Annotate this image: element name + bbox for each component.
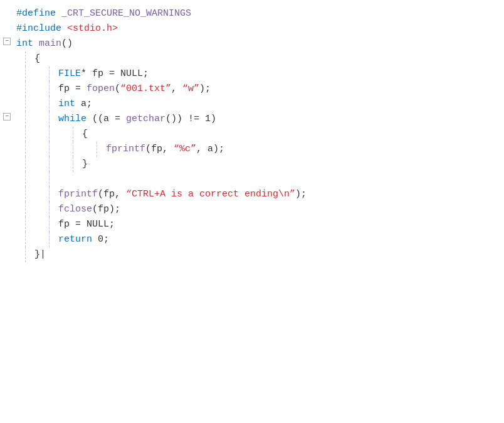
fold-gutter bbox=[0, 67, 14, 68]
code-line: #include <stdio.h> bbox=[0, 21, 504, 36]
token-plain: 0; bbox=[92, 232, 109, 247]
token-plain: , bbox=[171, 82, 182, 96]
fold-gutter bbox=[0, 51, 14, 53]
line-content[interactable]: while ((a = getchar()) != 1) bbox=[50, 112, 504, 126]
indent-guide bbox=[49, 127, 50, 142]
code-line: fp = fopen(“001.txt”, “w”); bbox=[0, 82, 504, 97]
token-plain: | bbox=[40, 247, 46, 262]
token-plain: (fp, bbox=[98, 187, 126, 201]
code-line: FILE* fp = NULL; bbox=[0, 67, 504, 82]
line-content[interactable]: } bbox=[73, 157, 504, 171]
code-line: }| bbox=[0, 247, 504, 262]
token-plain: (fp, bbox=[145, 142, 174, 156]
indent-guide bbox=[73, 142, 73, 157]
token-str-val: “w” bbox=[182, 82, 199, 96]
token-kw-control: return bbox=[58, 232, 92, 247]
collapse-button[interactable]: − bbox=[3, 38, 11, 45]
token-fn-name: fprintf bbox=[106, 142, 145, 156]
code-line: fprintf(fp, “%c”, a); bbox=[0, 142, 504, 157]
token-brace: } bbox=[34, 247, 40, 262]
code-line: { bbox=[0, 51, 504, 67]
token-plain: () bbox=[61, 36, 73, 51]
token-plain: ); bbox=[295, 187, 307, 201]
token-kw-define: #define bbox=[16, 6, 56, 21]
line-content[interactable]: { bbox=[73, 127, 504, 141]
fold-gutter bbox=[0, 97, 14, 98]
token-plain: , a); bbox=[196, 142, 224, 156]
code-line: fclose(fp); bbox=[0, 202, 504, 217]
token-plain bbox=[61, 21, 67, 36]
fold-gutter bbox=[0, 142, 14, 143]
fold-gutter bbox=[0, 82, 14, 83]
line-content[interactable]: return 0; bbox=[50, 232, 504, 247]
line-content[interactable]: #define _CRT_SECURE_NO_WARNINGS bbox=[14, 6, 504, 21]
indent-guide bbox=[25, 112, 26, 127]
code-line: #define _CRT_SECURE_NO_WARNINGS bbox=[0, 6, 504, 21]
indent-guide bbox=[25, 67, 26, 82]
token-plain: ((a = bbox=[87, 112, 126, 126]
code-editor[interactable]: #define _CRT_SECURE_NO_WARNINGS#include … bbox=[0, 0, 504, 423]
indent-guide bbox=[25, 172, 26, 187]
indent-guide bbox=[25, 232, 26, 247]
fold-gutter bbox=[0, 202, 14, 203]
line-content[interactable]: fp = NULL; bbox=[50, 217, 504, 232]
token-kw-control: while bbox=[58, 112, 87, 126]
fold-gutter[interactable]: − bbox=[0, 36, 14, 45]
line-content[interactable]: int main() bbox=[14, 36, 504, 51]
indent-guide bbox=[49, 172, 50, 187]
token-macro-name: _CRT_SECURE_NO_WARNINGS bbox=[61, 6, 191, 21]
indent-guide bbox=[25, 217, 26, 232]
indent-guide bbox=[49, 157, 50, 172]
indent-guide bbox=[25, 187, 26, 202]
fold-gutter bbox=[0, 6, 14, 8]
line-content[interactable]: fp = fopen(“001.txt”, “w”); bbox=[50, 82, 504, 96]
line-content[interactable]: fprintf(fp, “%c”, a); bbox=[97, 142, 504, 156]
token-header-file: <stdio.h> bbox=[67, 21, 118, 36]
indent-guide bbox=[25, 82, 26, 97]
code-line: fp = NULL; bbox=[0, 217, 504, 232]
token-str-val: “CTRL+A is a correct ending\n” bbox=[126, 187, 295, 201]
token-fn-name: fopen bbox=[87, 82, 115, 96]
token-brace: { bbox=[34, 51, 40, 66]
token-str-val: “001.txt” bbox=[120, 82, 171, 96]
indent-guide bbox=[25, 97, 26, 112]
token-kw-type: FILE bbox=[58, 67, 81, 81]
token-plain: * fp = NULL; bbox=[81, 67, 149, 81]
token-plain bbox=[33, 36, 39, 51]
line-content[interactable]: #include <stdio.h> bbox=[14, 21, 504, 36]
token-brace: { bbox=[82, 127, 88, 141]
line-content[interactable]: fprintf(fp, “CTRL+A is a correct ending\… bbox=[50, 187, 504, 201]
fold-gutter[interactable]: − bbox=[0, 112, 14, 120]
indent-guide bbox=[49, 142, 50, 157]
token-plain: fp = NULL; bbox=[58, 217, 115, 232]
fold-gutter bbox=[0, 187, 14, 188]
indent-guide bbox=[25, 142, 26, 157]
fold-gutter bbox=[0, 232, 14, 233]
token-plain: a; bbox=[75, 97, 92, 111]
fold-gutter bbox=[0, 127, 14, 128]
code-line: { bbox=[0, 127, 504, 142]
token-kw-include: #include bbox=[16, 21, 61, 36]
token-plain: (fp); bbox=[92, 202, 120, 217]
code-line: −while ((a = getchar()) != 1) bbox=[0, 112, 504, 127]
code-line: fprintf(fp, “CTRL+A is a correct ending\… bbox=[0, 187, 504, 202]
token-str-val: “%c” bbox=[174, 142, 196, 156]
token-kw-type: int bbox=[58, 97, 75, 111]
line-content[interactable]: FILE* fp = NULL; bbox=[50, 67, 504, 81]
fold-gutter bbox=[0, 21, 14, 23]
token-plain: fp = bbox=[58, 82, 87, 96]
token-plain: ( bbox=[115, 82, 120, 96]
line-content[interactable]: { bbox=[26, 51, 504, 66]
token-plain: ); bbox=[199, 82, 211, 96]
code-line bbox=[0, 172, 504, 187]
token-fn-name: getchar bbox=[126, 112, 165, 126]
line-content[interactable]: }| bbox=[26, 247, 504, 262]
line-content[interactable]: fclose(fp); bbox=[50, 202, 504, 217]
code-line: } bbox=[0, 157, 504, 172]
fold-gutter bbox=[0, 247, 14, 249]
collapse-button[interactable]: − bbox=[3, 113, 11, 120]
token-plain bbox=[56, 6, 61, 21]
indent-guide bbox=[25, 157, 26, 172]
line-content[interactable]: int a; bbox=[50, 97, 504, 111]
fold-gutter bbox=[0, 172, 14, 173]
